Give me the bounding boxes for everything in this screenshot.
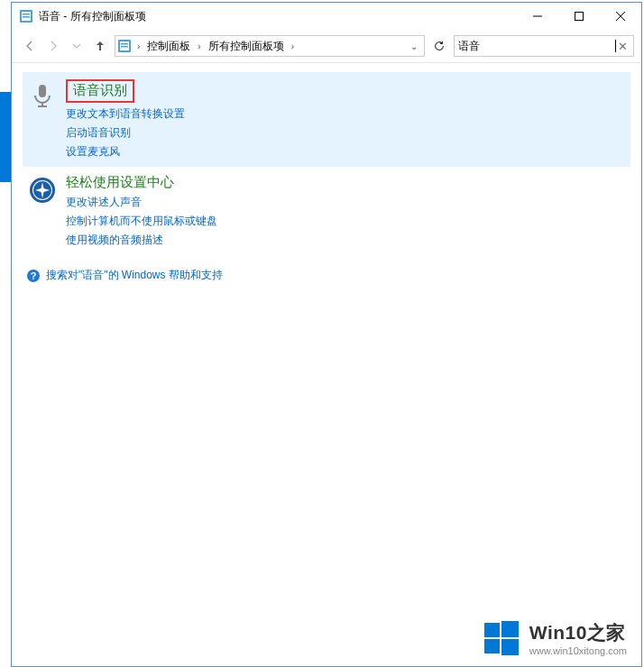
help-link[interactable]: ? 搜索对"语音"的 Windows 帮助和支持 xyxy=(26,268,627,283)
result-link[interactable]: 更改讲述人声音 xyxy=(66,195,142,210)
search-input[interactable] xyxy=(458,40,614,52)
breadcrumb-item[interactable]: 控制面板 xyxy=(145,39,192,54)
result-link[interactable]: 使用视频的音频描述 xyxy=(66,233,163,248)
svg-rect-21 xyxy=(501,621,519,637)
minimize-button[interactable] xyxy=(517,3,558,30)
svg-rect-22 xyxy=(484,639,500,653)
result-link[interactable]: 控制计算机而不使用鼠标或键盘 xyxy=(66,214,217,229)
result-link[interactable]: 更改文本到语音转换设置 xyxy=(66,106,185,122)
chevron-right-icon[interactable]: › xyxy=(196,41,202,51)
search-box[interactable]: ✕ xyxy=(454,35,634,57)
result-speech-recognition[interactable]: 语音识别 更改文本到语音转换设置 启动语音识别 设置麦克风 xyxy=(23,72,630,167)
svg-rect-3 xyxy=(23,16,30,18)
control-panel-icon xyxy=(19,9,33,23)
result-ease-of-access[interactable]: 轻松使用设置中心 更改讲述人声音 控制计算机而不使用鼠标或键盘 使用视频的音频描… xyxy=(23,167,630,255)
svg-text:?: ? xyxy=(31,270,37,281)
refresh-button[interactable] xyxy=(428,35,450,57)
result-link[interactable]: 设置麦克风 xyxy=(66,144,120,160)
watermark: Win10之家 www.win10xitong.com xyxy=(483,619,627,657)
maximize-button[interactable] xyxy=(558,3,600,30)
back-button[interactable] xyxy=(19,35,41,57)
control-panel-icon xyxy=(117,39,132,53)
window-title: 语音 - 所有控制面板项 xyxy=(39,9,517,24)
up-button[interactable] xyxy=(89,35,111,57)
recent-dropdown[interactable] xyxy=(66,35,87,57)
help-text: 搜索对"语音"的 Windows 帮助和支持 xyxy=(46,268,223,283)
address-dropdown[interactable]: ⌄ xyxy=(406,41,422,51)
svg-rect-10 xyxy=(121,43,128,45)
result-heading[interactable]: 轻松使用设置中心 xyxy=(66,174,217,191)
help-icon: ? xyxy=(26,269,41,283)
results-area: 语音识别 更改文本到语音转换设置 启动语音识别 设置麦克风 轻松使用设置中心 更… xyxy=(12,63,641,305)
chevron-right-icon[interactable]: › xyxy=(290,41,296,51)
control-panel-window: 语音 - 所有控制面板项 › 控制面板 › 所有控 xyxy=(11,2,642,667)
forward-button[interactable] xyxy=(42,35,64,57)
close-button[interactable] xyxy=(600,3,641,30)
svg-rect-23 xyxy=(501,639,519,655)
svg-rect-20 xyxy=(484,623,500,637)
breadcrumb-item[interactable]: 所有控制面板项 xyxy=(207,39,286,54)
windows-logo-icon xyxy=(483,619,520,657)
result-heading[interactable]: 语音识别 xyxy=(66,79,134,103)
svg-rect-2 xyxy=(23,14,30,15)
clear-search-icon[interactable]: ✕ xyxy=(616,40,630,53)
svg-rect-5 xyxy=(575,13,584,21)
titlebar: 语音 - 所有控制面板项 xyxy=(12,3,641,30)
breadcrumb-bar[interactable]: › 控制面板 › 所有控制面板项 › ⌄ xyxy=(115,35,425,57)
microphone-icon xyxy=(28,81,57,110)
watermark-url: www.win10xitong.com xyxy=(529,645,627,656)
watermark-brand: Win10之家 xyxy=(529,620,627,645)
address-bar-row: › 控制面板 › 所有控制面板项 › ⌄ ✕ xyxy=(12,30,641,62)
chevron-right-icon[interactable]: › xyxy=(135,41,142,51)
result-link[interactable]: 启动语音识别 xyxy=(66,125,131,141)
svg-rect-12 xyxy=(39,85,46,97)
svg-rect-11 xyxy=(121,46,128,48)
ease-of-access-icon xyxy=(28,176,57,205)
